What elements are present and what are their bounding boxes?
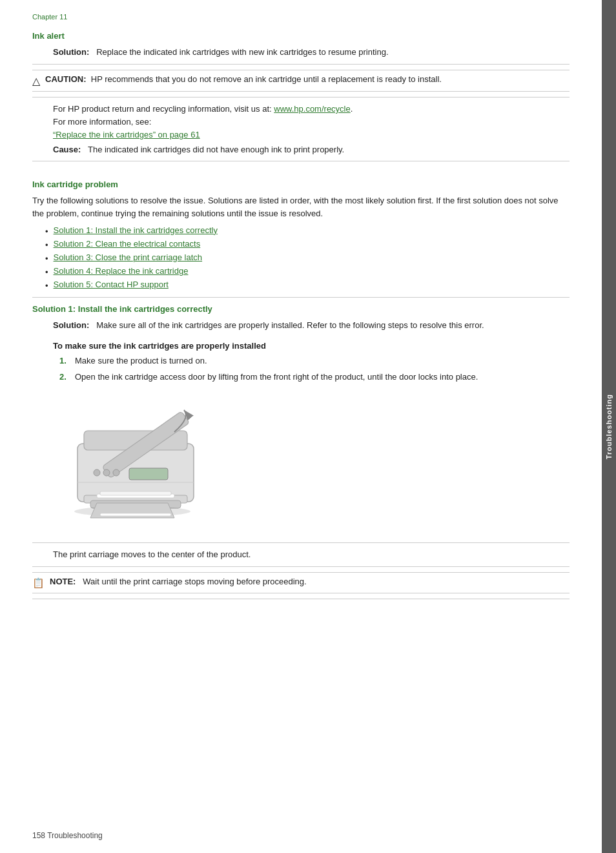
note-icon: 📋 bbox=[32, 577, 45, 589]
recycle-end: . bbox=[351, 104, 353, 114]
after-image-text: The print carriage moves to the center o… bbox=[53, 548, 570, 561]
svg-point-8 bbox=[103, 469, 110, 476]
cause-para: Cause: The indicated ink cartridges did … bbox=[53, 145, 570, 154]
solution-link-3[interactable]: Solution 3: Close the print carriage lat… bbox=[54, 252, 203, 263]
svg-rect-10 bbox=[129, 468, 168, 480]
recycle-para: For HP product return and recycling info… bbox=[53, 103, 570, 116]
bullet-dot: • bbox=[45, 281, 48, 291]
note-keyword: NOTE: bbox=[50, 577, 76, 586]
more-info-para: For more information, see: bbox=[53, 116, 570, 128]
divider-1 bbox=[32, 64, 570, 65]
subsection-title: To make sure the ink cartridges are prop… bbox=[53, 341, 570, 351]
step-2: 2. Open the ink cartridge access door by… bbox=[59, 371, 570, 384]
svg-point-9 bbox=[113, 469, 119, 476]
solution1-title: Solution 1: Install the ink cartridges c… bbox=[32, 304, 570, 314]
caution-box: △ CAUTION: HP recommends that you do not… bbox=[32, 70, 570, 92]
caution-body: HP recommends that you do not remove an … bbox=[91, 74, 442, 84]
printer-svg bbox=[58, 398, 213, 528]
page-footer: 158 Troubleshooting bbox=[32, 831, 103, 840]
ink-alert-title: Ink alert bbox=[32, 31, 570, 41]
solution1-subsection: To make sure the ink cartridges are prop… bbox=[53, 341, 570, 384]
recycle-text: For HP product return and recycling info… bbox=[53, 104, 274, 114]
divider-2 bbox=[32, 97, 570, 98]
printer-image bbox=[52, 395, 220, 531]
solutions-list: • Solution 1: Install the ink cartridges… bbox=[45, 225, 570, 291]
step-1: 1. Make sure the product is turned on. bbox=[59, 355, 570, 367]
side-tab-text: Troubleshooting bbox=[605, 394, 613, 459]
caution-icon: △ bbox=[32, 75, 40, 87]
svg-point-7 bbox=[94, 469, 100, 476]
content-area: Chapter 11 Ink alert Solution: Replace t… bbox=[0, 0, 602, 853]
bullet-dot: • bbox=[45, 227, 48, 236]
after-image-divider bbox=[32, 542, 570, 543]
section-divider-2 bbox=[32, 297, 570, 298]
solution-link-2[interactable]: Solution 2: Clean the electrical contact… bbox=[54, 239, 201, 250]
solution1-solution-para: Solution: Make sure all of the ink cartr… bbox=[53, 319, 570, 332]
solution1-section: Solution 1: Install the ink cartridges c… bbox=[32, 304, 570, 599]
note-text-span: NOTE: Wait until the print carriage stop… bbox=[50, 577, 307, 586]
note-divider bbox=[32, 566, 570, 567]
step-2-num: 2. bbox=[59, 371, 70, 384]
bullet-dot: • bbox=[45, 240, 48, 250]
svg-rect-6 bbox=[100, 491, 171, 495]
page-wrapper: Chapter 11 Ink alert Solution: Replace t… bbox=[0, 0, 616, 853]
ink-cartridge-section: Ink cartridge problem Try the following … bbox=[32, 180, 570, 291]
list-item: • Solution 3: Close the print carriage l… bbox=[45, 252, 570, 263]
bullet-dot: • bbox=[45, 254, 48, 263]
step-1-num: 1. bbox=[59, 355, 70, 367]
chapter-label: Chapter 11 bbox=[32, 13, 570, 21]
step-2-text: Open the ink cartridge access door by li… bbox=[75, 371, 478, 384]
note-box: 📋 NOTE: Wait until the print carriage st… bbox=[32, 572, 570, 593]
side-tab: Troubleshooting bbox=[602, 0, 616, 853]
page-link[interactable]: “Replace the ink cartridges” on page 61 bbox=[53, 130, 200, 139]
cause-text: The indicated ink cartridges did not hav… bbox=[88, 145, 344, 154]
steps-list: 1. Make sure the product is turned on. 2… bbox=[59, 355, 570, 384]
bullet-dot: • bbox=[45, 267, 48, 277]
caution-keyword: CAUTION: bbox=[45, 74, 87, 84]
solution-link-1[interactable]: Solution 1: Install the ink cartridges c… bbox=[54, 225, 218, 236]
ink-alert-solution-block: Solution: Replace the indicated ink cart… bbox=[53, 46, 570, 59]
solution1-solution-block: Solution: Make sure all of the ink cartr… bbox=[53, 319, 570, 332]
solution-link-4[interactable]: Solution 4: Replace the ink cartridge bbox=[54, 266, 189, 277]
ink-cartridge-title: Ink cartridge problem bbox=[32, 180, 570, 189]
solution-label: Solution: bbox=[53, 47, 89, 57]
note-bottom-divider bbox=[32, 599, 570, 599]
caution-text-span: CAUTION: HP recommends that you do not r… bbox=[45, 74, 442, 84]
note-text: Wait until the print carriage stops movi… bbox=[83, 577, 306, 586]
page-link-para: “Replace the ink cartridges” on page 61 bbox=[53, 128, 570, 141]
ink-alert-section: Ink alert Solution: Replace the indicate… bbox=[32, 31, 570, 154]
section-divider-1 bbox=[32, 161, 570, 161]
ink-alert-solution-para: Solution: Replace the indicated ink cart… bbox=[53, 46, 570, 59]
solution1-label: Solution: bbox=[53, 320, 89, 330]
list-item: • Solution 4: Replace the ink cartridge bbox=[45, 266, 570, 277]
cause-keyword: Cause: bbox=[53, 145, 81, 154]
svg-rect-14 bbox=[100, 513, 171, 516]
step-1-text: Make sure the product is turned on. bbox=[75, 355, 207, 367]
ink-cartridge-intro: Try the following solutions to resolve t… bbox=[32, 194, 570, 220]
list-item: • Solution 5: Contact HP support bbox=[45, 280, 570, 291]
solution1-text: Make sure all of the ink cartridges are … bbox=[96, 320, 484, 330]
solution-text: Replace the indicated ink cartridges wit… bbox=[96, 47, 388, 57]
solution-link-5[interactable]: Solution 5: Contact HP support bbox=[54, 280, 169, 291]
recycle-link[interactable]: www.hp.com/recycle bbox=[274, 104, 350, 114]
list-item: • Solution 1: Install the ink cartridges… bbox=[45, 225, 570, 236]
list-item: • Solution 2: Clean the electrical conta… bbox=[45, 239, 570, 250]
